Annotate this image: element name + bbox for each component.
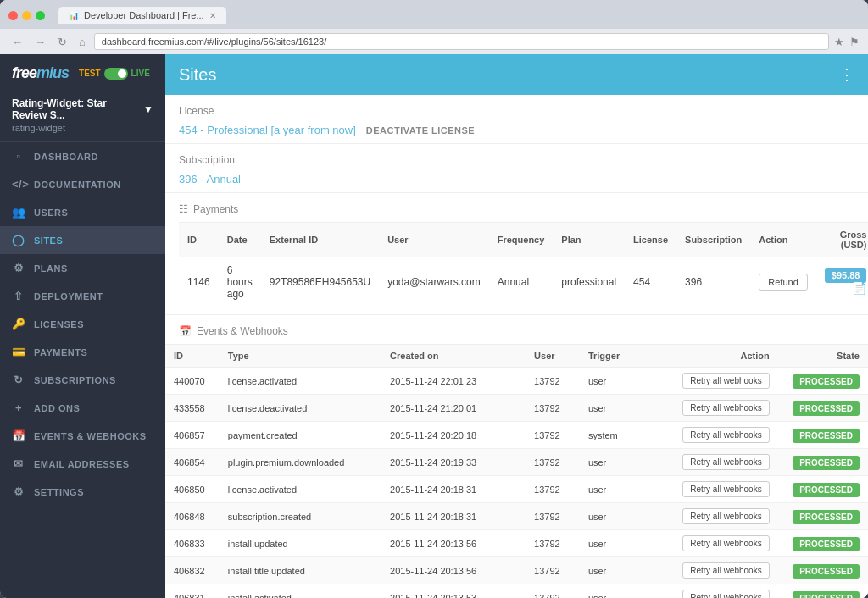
event-created: 2015-11-24 20:20:18	[381, 422, 526, 449]
payments-table: ID Date External ID User Frequency Plan …	[179, 222, 868, 307]
sidebar: freemius TEST LIVE Rating-Widget: Star R…	[0, 54, 165, 598]
event-created: 2015-11-24 21:20:01	[381, 395, 526, 422]
event-id: 406848	[165, 503, 220, 530]
event-user[interactable]: 13792	[526, 395, 580, 422]
sidebar-item-label: Email Addresses	[34, 459, 130, 469]
sidebar-item-email[interactable]: ✉ Email Addresses	[0, 450, 165, 478]
minimize-button[interactable]	[22, 11, 31, 20]
events-col-id: ID	[165, 345, 220, 368]
home-button[interactable]: ⌂	[75, 34, 89, 50]
col-frequency: Frequency	[489, 223, 554, 257]
event-state: PROCESSED	[778, 368, 868, 395]
retry-webhooks-button[interactable]: Retry all webhooks	[682, 373, 769, 389]
invoice-icon[interactable]: 📄	[852, 281, 866, 295]
tab-bar: 📊 Developer Dashboard | Fre... ✕	[58, 7, 860, 24]
event-type: install.activated	[220, 584, 381, 599]
sidebar-item-subscriptions[interactable]: ↻ Subscriptions	[0, 366, 165, 394]
bookmark-icon[interactable]: ★	[834, 36, 844, 48]
event-state: PROCESSED	[778, 584, 868, 599]
payments-section-title: ☷ Payments	[179, 203, 854, 215]
payment-user[interactable]: yoda@starwars.com	[379, 257, 489, 307]
col-action: Action	[750, 223, 815, 257]
refund-button[interactable]: Refund	[759, 274, 807, 291]
event-row: 406833 install.updated 2015-11-24 20:13:…	[165, 530, 868, 557]
event-row: 406831 install.activated 2015-11-24 20:1…	[165, 584, 868, 599]
event-row: 406850 license.activated 2015-11-24 20:1…	[165, 476, 868, 503]
retry-webhooks-button[interactable]: Retry all webhooks	[682, 562, 769, 579]
event-user[interactable]: 13792	[526, 530, 580, 557]
sidebar-item-settings[interactable]: ⚙ Settings	[0, 478, 165, 506]
browser-toolbar: ← → ↻ ⌂ dashboard.freemius.com/#/live/pl…	[0, 29, 868, 54]
payment-external-id: 92T89586EH945653U	[261, 257, 379, 307]
forward-button[interactable]: →	[31, 34, 49, 50]
event-type: subscription.created	[220, 503, 381, 530]
addons-icon: +	[12, 401, 25, 414]
close-button[interactable]	[8, 11, 18, 20]
sidebar-item-dashboard[interactable]: ▫ Dashboard	[0, 142, 165, 170]
payment-subscription[interactable]: 396	[676, 257, 750, 307]
event-trigger: user	[580, 395, 652, 422]
sidebar-item-deployment[interactable]: ⇧ Deployment	[0, 282, 165, 310]
retry-webhooks-button[interactable]: Retry all webhooks	[682, 400, 769, 416]
maximize-button[interactable]	[36, 11, 45, 20]
event-action-cell: Retry all webhooks	[652, 476, 778, 503]
event-id: 406833	[165, 530, 220, 557]
event-type: install.updated	[220, 530, 381, 557]
payments-table-header: ID Date External ID User Frequency Plan …	[179, 223, 868, 257]
retry-webhooks-button[interactable]: Retry all webhooks	[682, 481, 769, 497]
event-trigger: user	[580, 584, 652, 599]
browser-tab[interactable]: 📊 Developer Dashboard | Fre... ✕	[58, 7, 226, 24]
app-selector[interactable]: Rating-Widget: Star Review S... ▼ rating…	[0, 91, 165, 142]
retry-webhooks-button[interactable]: Retry all webhooks	[682, 454, 769, 470]
sidebar-brand: freemius TEST LIVE	[0, 54, 165, 91]
event-user[interactable]: 13792	[526, 368, 580, 395]
settings-icon: ⚙	[12, 485, 25, 498]
sidebar-item-label: Sites	[34, 235, 63, 246]
event-created: 2015-11-24 20:13:56	[381, 530, 526, 557]
event-user[interactable]: 13792	[526, 503, 580, 530]
sidebar-item-licenses[interactable]: 🔑 Licenses	[0, 310, 165, 338]
col-gross: Gross (USD)	[816, 223, 868, 257]
sidebar-item-users[interactable]: 👥 Users	[0, 198, 165, 226]
sidebar-item-sites[interactable]: ◯ Sites	[0, 226, 165, 254]
header-more-icon[interactable]: ⋮	[839, 65, 854, 84]
back-button[interactable]: ←	[8, 34, 26, 50]
event-user[interactable]: 13792	[526, 476, 580, 503]
sidebar-item-addons[interactable]: + Add Ons	[0, 394, 165, 422]
browser-window: 📊 Developer Dashboard | Fre... ✕ ← → ↻ ⌂…	[0, 0, 868, 598]
event-trigger: user	[580, 368, 652, 395]
retry-webhooks-button[interactable]: Retry all webhooks	[682, 508, 769, 524]
retry-webhooks-button[interactable]: Retry all webhooks	[682, 427, 769, 443]
payment-frequency[interactable]: Annual	[489, 257, 554, 307]
license-link[interactable]: 454 - Professional [a year from now]	[179, 124, 356, 136]
event-user[interactable]: 13792	[526, 557, 580, 584]
processed-badge: PROCESSED	[793, 537, 860, 551]
address-bar[interactable]: dashboard.freemius.com/#/live/plugins/56…	[94, 33, 829, 50]
event-state: PROCESSED	[778, 395, 868, 422]
refresh-button[interactable]: ↻	[54, 34, 70, 50]
payment-date: 6 hours ago	[219, 257, 261, 307]
col-external-id: External ID	[261, 223, 379, 257]
event-state: PROCESSED	[778, 476, 868, 503]
sidebar-item-payments[interactable]: 💳 Payments	[0, 338, 165, 366]
tab-title: Developer Dashboard | Fre...	[84, 10, 204, 20]
sidebar-item-label: Events & Webhooks	[34, 431, 147, 441]
tab-close-icon[interactable]: ✕	[209, 11, 216, 20]
event-user[interactable]: 13792	[526, 422, 580, 449]
subscription-link[interactable]: 396 - Annual	[179, 173, 241, 185]
env-switch-toggle[interactable]	[104, 68, 128, 80]
flag-icon: ⚑	[849, 36, 860, 48]
event-user[interactable]: 13792	[526, 584, 580, 599]
sidebar-item-documentation[interactable]: </> Documentation	[0, 170, 165, 198]
retry-webhooks-button[interactable]: Retry all webhooks	[682, 590, 769, 598]
event-row: 406854 plugin.premium.downloaded 2015-11…	[165, 449, 868, 476]
event-action-cell: Retry all webhooks	[652, 368, 778, 395]
event-user[interactable]: 13792	[526, 449, 580, 476]
sidebar-item-plans[interactable]: ⚙ Plans	[0, 254, 165, 282]
payment-gross: $95.88 📄	[816, 257, 868, 307]
users-icon: 👥	[12, 206, 25, 219]
payment-license[interactable]: 454	[625, 257, 676, 307]
sidebar-item-events[interactable]: 📅 Events & Webhooks	[0, 422, 165, 450]
deactivate-license-button[interactable]: DEACTIVATE LICENSE	[366, 125, 475, 136]
retry-webhooks-button[interactable]: Retry all webhooks	[682, 535, 769, 551]
